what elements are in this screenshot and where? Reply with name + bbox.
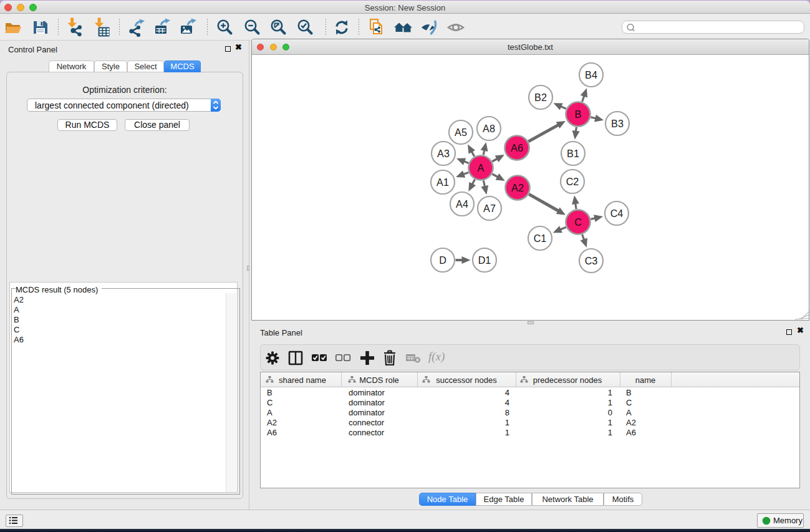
svg-text:A4: A4: [456, 198, 468, 210]
svg-text:C2: C2: [566, 176, 579, 187]
svg-text:B1: B1: [567, 148, 579, 159]
svg-text:A6: A6: [511, 142, 523, 153]
svg-text:B: B: [575, 109, 582, 120]
svg-text:A1: A1: [436, 177, 449, 188]
svg-text:D1: D1: [478, 254, 491, 266]
svg-text:C4: C4: [610, 208, 624, 219]
svg-text:B2: B2: [534, 92, 547, 103]
svg-text:B4: B4: [585, 69, 597, 80]
svg-text:A2: A2: [511, 182, 524, 193]
svg-text:D: D: [439, 254, 446, 266]
svg-text:A7: A7: [483, 203, 496, 214]
svg-text:A: A: [478, 162, 485, 173]
svg-text:B3: B3: [611, 118, 624, 129]
svg-text:A8: A8: [483, 123, 495, 134]
svg-text:A5: A5: [455, 127, 467, 138]
svg-text:C: C: [574, 216, 582, 228]
svg-text:C1: C1: [534, 233, 547, 244]
svg-text:C3: C3: [585, 255, 598, 266]
svg-text:A3: A3: [437, 148, 450, 159]
